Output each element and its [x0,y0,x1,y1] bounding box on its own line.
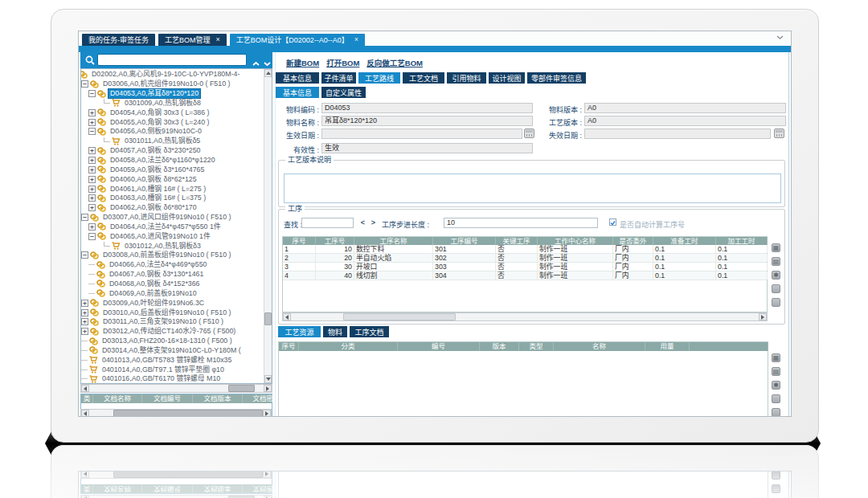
search-input[interactable] [97,54,247,66]
tree-item[interactable]: +D04064,A0,法兰δ4*φ457*φ550 1件 [81,222,272,232]
material-code-field[interactable]: D04053 [321,103,533,113]
resource-tab[interactable]: 工序文档 [350,326,389,337]
tree-item[interactable]: −D04053,A0,吊耳δ8*120*120 [81,89,272,99]
close-icon[interactable]: × [354,36,358,43]
column-header[interactable]: 类型 [519,342,554,351]
tree-item[interactable]: −D03006,A0,机壳组件919No10-0 ( F510 ) [81,80,272,89]
main-tab[interactable]: 零部件审签信息 [527,72,586,84]
tree-item[interactable]: +D04057,A0,钢板 δ3*230*250 [81,146,272,156]
column-header[interactable]: 序号 [283,237,316,245]
collapse-icon[interactable]: − [88,128,96,135]
column-header[interactable]: 加工工时 [716,237,768,245]
close-icon[interactable]: × [216,36,220,43]
square-icon[interactable] [772,284,780,293]
expand-icon[interactable]: + [88,223,96,231]
scrollbar-thumb[interactable] [343,313,456,320]
expire-date-field[interactable] [584,129,771,139]
calendar-icon[interactable] [774,129,784,138]
resource-tab[interactable]: 工艺资源 [278,326,321,337]
column-header[interactable]: 工作中心名称 [538,237,613,245]
tree-item[interactable]: 0401013,A0,GB/T5783 镀锌螺栓 M10x35 [81,355,272,365]
tree-item[interactable]: +D04059,A0,钢板 δ3*160*4765 [81,165,272,174]
scroll-left-button[interactable] [81,385,89,392]
main-tab[interactable]: 工艺路线 [358,72,400,84]
gear-icon[interactable]: ✱ [772,381,780,390]
scroll-down-button[interactable] [264,375,272,383]
column-header[interactable]: 是否委外 [613,237,653,245]
collapse-icon[interactable]: − [88,90,96,97]
scroll-right-button[interactable] [264,385,272,392]
flag-icon[interactable]: ▤ [772,367,780,376]
tree-item[interactable]: −D03008,A0,前盖板组件919No10 ( F510 ) [81,251,272,260]
main-tab[interactable]: 基本信息 [276,72,319,84]
grid-icon[interactable]: ▦ [772,353,780,362]
expand-icon[interactable]: + [88,157,96,164]
main-tab[interactable]: 子件清单 [321,72,356,84]
tree-item[interactable]: +D03011,A0,三角支架919No10 ( F510 ) [81,317,272,327]
operations-table-scrollbar[interactable] [282,312,768,321]
scroll-left-button[interactable] [283,313,291,320]
column-header[interactable]: 准备工时 [653,237,716,245]
column-header[interactable]: 序号 [279,342,299,351]
tree-item[interactable]: D04068,A0,钢板 δ4*152*366 [81,280,272,289]
tree-item[interactable]: −D04056,A0,侧板919No10C-0 [81,127,272,137]
material-version-field[interactable]: A0 [584,103,786,113]
validity-field[interactable]: 生效 [321,143,533,153]
column-header[interactable]: 名称 [554,342,645,351]
bom-link[interactable]: 打开BOM [326,57,359,68]
scroll-up-button[interactable] [264,69,272,77]
collapse-icon[interactable]: − [81,80,88,88]
scrollbar-thumb[interactable] [113,410,263,417]
effective-date-field[interactable] [321,129,522,139]
step-length-input[interactable]: 10 [444,218,598,228]
main-tab[interactable]: 引用物料 [447,72,486,84]
expand-icon[interactable]: + [88,176,96,183]
expand-icon[interactable]: + [81,318,88,325]
main-tab[interactable]: 设计视图 [489,72,525,84]
column-header[interactable]: 文档版本 [193,394,243,403]
square-icon[interactable] [772,298,780,307]
scroll-right-button[interactable] [263,410,271,417]
expand-icon[interactable]: + [88,166,96,173]
column-header[interactable]: 工序编号 [433,237,496,245]
tree-item[interactable]: 0401016,A0,GB/T6170 镀锌螺母 M10 [81,374,272,384]
tree-item[interactable]: 0401014,A0,GB/T97.1 镀锌平垫圈 φ10 [81,365,272,374]
collapse-icon[interactable]: − [88,233,96,240]
tree-item[interactable]: +D03012,A0,传动组CT140水冷-765 ( F500) [81,327,272,337]
scroll-left-button[interactable] [81,410,89,417]
column-header[interactable]: 工序号 [316,237,354,245]
column-header[interactable]: 文档名称 [93,394,142,403]
expand-icon[interactable]: + [88,147,96,154]
expand-icon[interactable]: + [88,119,96,126]
collapse-icon[interactable]: − [81,214,88,221]
operation-row[interactable]: 440线切割304否制作一班厂内0.10.1 [283,271,767,280]
flag-icon[interactable]: ▤ [772,257,780,266]
column-header[interactable]: 文档编号 [142,394,193,403]
sub-tab[interactable]: 自定义属性 [321,87,366,98]
auto-calc-checkbox[interactable] [609,218,616,226]
tree-item[interactable]: −D04065,A0,进风管919No10 1件 [81,231,272,241]
tree-item[interactable]: +D04055,A0,角钢 30x3 ( L=240 ) [81,117,272,127]
tree-item[interactable]: D04069,A0,前盖板919No10 [81,288,272,298]
gear-icon[interactable]: ✱ [772,271,780,280]
tree-item[interactable]: −D03007,A0,进风口组件919No10 ( F510 ) [81,213,272,222]
tree-item[interactable]: D04067,A0,钢板 δ3*130*1461 [81,270,272,280]
column-header[interactable] [690,342,768,351]
document-grid-scrollbar[interactable] [80,409,272,417]
tree-horizontal-scrollbar[interactable] [80,384,272,393]
tree-item[interactable]: D03014,A0,整体支架919No10C-L0-Y180M ( [81,345,272,355]
scrollbar-thumb[interactable] [264,312,272,325]
bom-link[interactable]: 反向做工艺BOM [366,57,423,68]
material-name-field[interactable]: 吊耳δ8*120*120 [321,116,533,126]
search-next-icon[interactable] [263,56,272,63]
chevron-down-icon[interactable] [776,34,784,42]
expand-icon[interactable]: + [81,300,88,307]
expand-icon[interactable]: + [81,309,88,316]
tree-item[interactable]: +D04054,A0,角钢 30x3 ( L=386 ) [81,108,272,117]
column-header[interactable]: 分类 [299,342,398,351]
find-input[interactable] [301,218,354,228]
expand-icon[interactable]: + [88,109,96,116]
tree-item[interactable]: 0301012,A0,热轧钢板δ3 [81,241,272,251]
column-header[interactable]: 用量 [645,342,690,351]
tree-item[interactable]: D03013,A0,FHZ200-16×18-1310 ( F500 ) [81,337,272,346]
